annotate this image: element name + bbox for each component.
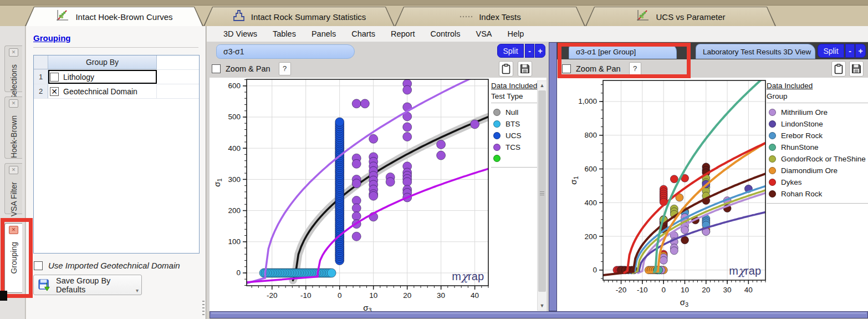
svg-text:0: 0 <box>236 269 241 277</box>
split-button-group: Split - + <box>818 44 866 58</box>
legend-label: Diamondium Ore <box>781 166 838 175</box>
svg-text:30: 30 <box>437 291 445 300</box>
legend-label: LindonStone <box>781 120 823 128</box>
close-icon[interactable]: ✕ <box>9 48 18 57</box>
table-row[interactable]: 1 Lithology <box>34 70 199 84</box>
svg-text:30: 30 <box>723 286 732 294</box>
legend-label: TCS <box>506 143 520 151</box>
row-number: 1 <box>34 70 48 84</box>
legend-color-dot <box>769 132 776 139</box>
save-image-button[interactable] <box>518 61 532 77</box>
save-group-by-defaults-button[interactable]: Save Group By Defaults ▾ <box>33 275 142 295</box>
vertical-scrollbar[interactable]: ▲ ▼ <box>537 80 547 311</box>
x-axis-label: σ3 <box>680 297 688 308</box>
legend-items: NullBTSUCSTCS <box>491 103 538 168</box>
expand-button[interactable]: + <box>855 44 866 58</box>
expand-button[interactable]: + <box>535 44 545 58</box>
legend-color-dot <box>493 132 501 139</box>
scroll-down-icon[interactable]: ▼ <box>538 301 547 310</box>
rail-tab-grouping[interactable]: ✕Grouping <box>4 223 22 293</box>
window-tab-index-tests[interactable]: Index Tests <box>395 7 585 26</box>
legend-label: BTS <box>506 120 520 128</box>
scrollbar-thumb[interactable] <box>538 90 546 292</box>
svg-text:0: 0 <box>338 291 342 300</box>
zoom-pan-row: Zoom & Pan ? <box>212 62 291 75</box>
rail-tab-label: Grouping <box>9 237 18 275</box>
legend-color-dot <box>769 179 776 186</box>
help-button[interactable]: ? <box>629 62 641 75</box>
svg-text:10: 10 <box>369 291 377 300</box>
group-by-table[interactable]: Group By 1 Lithology 2 Geotechnical Doma… <box>33 55 200 254</box>
menu-item-3d-views[interactable]: 3D Views <box>216 27 265 40</box>
tab-sigma3-sigma1-per-group[interactable]: σ3-σ1 [per Group] <box>569 44 677 59</box>
table-cell-geotechnical-domain[interactable]: Geotechnical Domain <box>48 84 157 98</box>
window-tab-intact-hoek-brown-curves[interactable]: Intact Hoek-Brown Curves <box>25 7 203 26</box>
legend-color-dot <box>769 120 776 128</box>
legend-label: RhunStone <box>781 143 819 151</box>
rail-tab-all-selections[interactable]: ✕All Selections <box>4 45 22 92</box>
mxrap-watermark: mχrap <box>452 270 484 283</box>
rail-tab-hoek-brown[interactable]: ✕Hoek-Brown <box>4 97 22 159</box>
menu-item-vsa[interactable]: VSA <box>468 27 500 40</box>
group-legend: Data IncludedGroupMithrilium OreLindonSt… <box>767 81 868 204</box>
grouping-panel-title[interactable]: Grouping <box>33 33 71 43</box>
legend-label: UCS <box>506 131 522 140</box>
close-icon[interactable]: ✕ <box>9 99 18 108</box>
use-imported-checkbox[interactable] <box>34 261 43 270</box>
legend-color-dot <box>769 155 776 163</box>
svg-text:600: 600 <box>584 165 597 173</box>
save-defaults-label: Save Group By Defaults <box>56 276 141 294</box>
rail-tab-vsa-filter[interactable]: ✕VSA Filter <box>4 163 22 214</box>
dropdown-arrow-icon[interactable]: ▾ <box>136 287 139 293</box>
help-button[interactable]: ? <box>279 62 291 75</box>
split-button-group: Split - + <box>497 44 545 58</box>
legend-items: Mithrilium OreLindonStoneErebor RockRhun… <box>767 103 868 204</box>
collapse-button[interactable]: - <box>845 44 855 58</box>
svg-text:800: 800 <box>584 131 597 139</box>
svg-text:40: 40 <box>471 291 479 300</box>
y-axis-label: σ1 <box>212 178 223 186</box>
save-image-button[interactable] <box>849 61 864 77</box>
y-axis-label: σ1 <box>569 176 579 184</box>
use-imported-label: Use Imported Geotechnical Domain <box>48 261 180 270</box>
legend-item <box>491 153 538 164</box>
table-row[interactable]: 2 Geotechnical Domain <box>34 84 199 99</box>
zoom-pan-checkbox[interactable] <box>562 64 571 73</box>
copy-to-clipboard-button[interactable] <box>831 61 846 77</box>
window-tab-label: UCS vs Parameter <box>656 12 725 22</box>
legend-color-dot <box>493 144 501 151</box>
zoom-pan-checkbox[interactable] <box>212 64 221 73</box>
collapse-button[interactable]: - <box>525 44 534 58</box>
group-by-column-header[interactable]: Group By <box>48 55 157 69</box>
legend-item: BTS <box>491 118 538 130</box>
series-UCS <box>335 118 344 265</box>
close-icon[interactable]: ✕ <box>9 226 18 234</box>
legend-item: LindonStone <box>767 118 868 130</box>
window-tab-ucs-vs-parameter[interactable]: UCS vs Parameter <box>585 7 776 26</box>
table-cell-lithology[interactable]: Lithology <box>48 70 157 84</box>
copy-to-clipboard-button[interactable] <box>499 61 513 77</box>
menu-item-help[interactable]: Help <box>500 27 532 40</box>
split-button[interactable]: Split <box>818 44 844 58</box>
menu-item-panels[interactable]: Panels <box>304 27 344 40</box>
lithology-checkbox[interactable] <box>50 73 59 82</box>
window-tab-label: Index Tests <box>479 12 521 22</box>
horizontal-scrollbar[interactable] <box>210 311 868 318</box>
panel-splitter-grip[interactable] <box>202 301 205 315</box>
panel-splitter-vertical[interactable] <box>549 42 557 311</box>
split-button[interactable]: Split <box>497 44 524 58</box>
menu-item-controls[interactable]: Controls <box>423 27 468 40</box>
tab-sigma3-sigma1[interactable]: σ3-σ1 <box>216 44 355 59</box>
window-tab-intact-rock-summary-statistics[interactable]: Intact Rock Summary Statistics <box>203 7 395 26</box>
geotechnical-domain-checkbox[interactable] <box>50 87 59 96</box>
legend-label: Dykes <box>781 178 802 186</box>
menu-item-report[interactable]: Report <box>383 27 423 40</box>
tab-laboratory-test-results-3d-view[interactable]: Laboratory Test Results 3D View <box>696 44 815 59</box>
svg-text:500: 500 <box>228 113 241 121</box>
menu-item-charts[interactable]: Charts <box>344 27 383 40</box>
menu-item-tables[interactable]: Tables <box>265 27 304 40</box>
close-icon[interactable]: ✕ <box>9 166 18 174</box>
annotation-black-mark <box>0 291 7 301</box>
scroll-up-icon[interactable]: ▲ <box>538 81 547 90</box>
series-TCS <box>352 79 479 241</box>
